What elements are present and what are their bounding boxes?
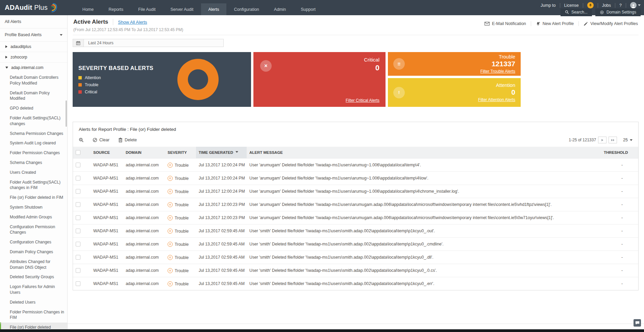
- divider: [113, 19, 113, 25]
- column-search-button[interactable]: [79, 138, 84, 143]
- cell-time-generated: Jul 13,2017 12:00:24 PM: [196, 159, 247, 172]
- alert-profile-item[interactable]: Deleted Users: [0, 298, 67, 307]
- cell-threshold: -: [601, 264, 638, 277]
- nav-menu-item[interactable]: File Audit: [131, 4, 163, 15]
- jobs-link[interactable]: Jobs: [598, 3, 615, 8]
- column-header-time-generated[interactable]: TIME GENERATED: [196, 147, 247, 159]
- row-checkbox[interactable]: [76, 189, 80, 194]
- alert-profile-item[interactable]: Schema Changes: [0, 158, 67, 168]
- filter-trouble-alerts-link[interactable]: Filter Trouble Alerts: [480, 69, 515, 74]
- alert-profile-item[interactable]: Domain Policy Changes: [0, 247, 67, 257]
- cell-severity: !! Trouble: [165, 264, 196, 277]
- column-header-domain[interactable]: DOMAIN: [123, 147, 165, 159]
- clear-alerts-button[interactable]: Clear: [93, 138, 109, 142]
- top-navbar: ADAudit Plus Home Reports File Audit Ser…: [0, 0, 644, 15]
- notifications-bell-icon[interactable]: [587, 2, 594, 8]
- table-row: WADAP-MS1 adap.internal.com !! Trouble J…: [73, 211, 638, 224]
- trouble-severity-icon: !!: [168, 268, 173, 273]
- tree-chevron-icon: [5, 67, 8, 69]
- time-period-value[interactable]: Last 24 Hours: [84, 41, 114, 45]
- alert-profile-item[interactable]: Folder Permission Changes: [0, 148, 67, 158]
- divider: [0, 324, 644, 324]
- table-header-row: SOURCE DOMAIN SEVERITY TIME GENERATED AL…: [73, 147, 638, 159]
- alert-profile-item[interactable]: Default Domain Policy Modified: [0, 88, 67, 104]
- domain-tree-item[interactable]: adauditplus: [0, 42, 67, 52]
- page-header: Active Alerts Show All Alerts (From Jul …: [73, 15, 639, 35]
- time-period-picker[interactable]: Last 24 Hours: [73, 39, 224, 47]
- view-modify-alert-profiles-button[interactable]: View/Modify Alert Profiles: [578, 21, 638, 26]
- alert-profile-item[interactable]: Folder Permission Changes in FIM: [0, 307, 67, 323]
- email-notification-button[interactable]: E-Mail Notification: [480, 21, 531, 26]
- row-checkbox[interactable]: [76, 229, 80, 233]
- severity-based-alerts-panel: SEVERITY BASED ALERTS Attention Trouble: [73, 52, 251, 107]
- row-checkbox[interactable]: [76, 281, 80, 286]
- divider: [583, 3, 583, 8]
- row-checkbox[interactable]: [76, 242, 80, 246]
- page-size-dropdown[interactable]: 25: [623, 138, 633, 142]
- nav-menu-item[interactable]: Reports: [101, 4, 131, 15]
- alert-profile-item[interactable]: Attributes Changed for Domain DNS Object: [0, 257, 67, 272]
- alert-profile-item[interactable]: GPO deleted: [0, 103, 67, 113]
- user-menu-caret-icon[interactable]: [638, 4, 641, 6]
- nav-menu-item[interactable]: Configuration: [226, 4, 266, 15]
- row-checkbox[interactable]: [76, 163, 80, 167]
- column-header-source[interactable]: SOURCE: [91, 147, 123, 159]
- time-filter-row: Last 24 Hours: [73, 39, 639, 47]
- alert-profile-item[interactable]: Folder Audit Settings(SACL) changes: [0, 113, 67, 129]
- alert-profile-item[interactable]: Default Domain Controllers Policy Modifi…: [0, 73, 67, 88]
- cell-severity: !! Trouble: [165, 251, 196, 264]
- alert-profile-item[interactable]: Deleted Security Groups: [0, 272, 67, 282]
- alert-profile-item[interactable]: System Shutdown: [0, 203, 67, 212]
- next-page-button[interactable]: [598, 137, 606, 143]
- show-all-alerts-link[interactable]: Show All Alerts: [118, 20, 147, 25]
- tree-chevron-icon: [5, 56, 7, 58]
- nav-menu-item[interactable]: Home: [75, 4, 101, 15]
- legend-item: Critical: [78, 90, 251, 94]
- alert-profile-item[interactable]: Folder Audit Settings(SACL) changes in F…: [0, 177, 67, 193]
- collapse-caret-icon: [60, 34, 63, 36]
- sidebar-scrollbar[interactable]: [66, 100, 67, 127]
- sidebar-item-all-alerts[interactable]: All Alerts: [0, 15, 67, 28]
- domain-tree-item[interactable]: zohocorp: [0, 52, 67, 63]
- alert-profile-item[interactable]: Logon Failures for Admin Users: [0, 282, 67, 298]
- alert-profile-item[interactable]: Users Created: [0, 168, 67, 177]
- cell-severity: !! Trouble: [165, 159, 196, 172]
- cell-source: WADAP-MS1: [91, 159, 123, 172]
- app-logo[interactable]: ADAudit Plus: [0, 0, 61, 15]
- alert-profile-item[interactable]: Configuration Permission Changes: [0, 222, 67, 238]
- license-link[interactable]: License: [560, 3, 583, 8]
- help-link[interactable]: ?: [615, 3, 626, 8]
- alert-profile-item[interactable]: System Audit Log cleared: [0, 138, 67, 148]
- row-checkbox[interactable]: [76, 255, 80, 260]
- delete-alerts-button[interactable]: Delete: [118, 138, 137, 142]
- last-page-button[interactable]: [609, 137, 617, 143]
- feedback-chat-icon[interactable]: [634, 319, 641, 327]
- alert-profile-item[interactable]: Schema Permission Changes: [0, 129, 67, 139]
- sidebar-item-profile-based-alerts[interactable]: Profile Based Alerts: [0, 28, 67, 42]
- row-checkbox[interactable]: [76, 215, 80, 220]
- column-header-alert-message[interactable]: ALERT MESSAGE: [247, 147, 601, 159]
- filter-attention-alerts-link[interactable]: Filter Attention Alerts: [478, 97, 515, 102]
- alert-profile-item[interactable]: Modified Admin Groups: [0, 212, 67, 222]
- cell-source: WADAP-MS1: [91, 251, 123, 264]
- filter-critical-alerts-link[interactable]: Filter Critical Alerts: [346, 98, 379, 103]
- select-all-checkbox[interactable]: [76, 150, 80, 155]
- row-checkbox[interactable]: [76, 268, 80, 273]
- nav-menu-item[interactable]: Admin: [267, 4, 293, 15]
- new-alert-profile-button[interactable]: New Alert Profile: [531, 21, 578, 26]
- nav-menu-item[interactable]: Alerts: [201, 3, 227, 15]
- jump-to-link[interactable]: Jump to: [537, 3, 560, 8]
- alert-profile-item[interactable]: Configuration Changes: [0, 237, 67, 247]
- nav-menu-item[interactable]: Server Audit: [163, 4, 201, 15]
- nav-menu-item[interactable]: Support: [293, 4, 323, 15]
- row-checkbox[interactable]: [76, 176, 80, 181]
- attention-exclamation-icon: !: [393, 87, 405, 98]
- calendar-icon[interactable]: [73, 39, 84, 47]
- column-header-severity[interactable]: SEVERITY: [165, 147, 196, 159]
- row-checkbox[interactable]: [76, 202, 80, 207]
- app-logo-text: ADAudit Plus: [5, 4, 48, 11]
- alert-profile-item[interactable]: File (or) Folder deleted in FIM: [0, 193, 67, 203]
- table-row: WADAP-MS1 adap.internal.com !! Trouble J…: [73, 264, 638, 277]
- domain-tree-item[interactable]: adap.internal.com: [0, 63, 67, 73]
- user-avatar[interactable]: [630, 2, 637, 8]
